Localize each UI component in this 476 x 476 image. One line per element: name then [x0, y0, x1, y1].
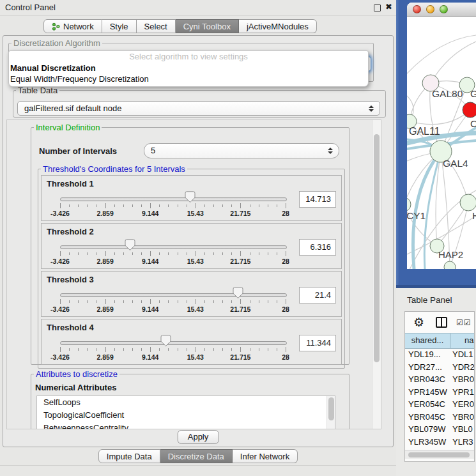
scrollbar-thumb[interactable]: [408, 452, 470, 457]
close-traffic-light[interactable]: [413, 5, 421, 13]
apply-button[interactable]: Apply: [178, 430, 219, 444]
num-intervals-label: Number of Intervals: [39, 146, 117, 156]
threshold-slider[interactable]: -3.4262.8599.14415.4321.71528: [60, 288, 286, 315]
column-header-name[interactable]: na: [450, 334, 473, 348]
dropdown-option-manual[interactable]: Manual Discretization: [9, 63, 368, 73]
cell-name[interactable]: YER0: [450, 398, 474, 411]
close-icon[interactable]: ✖: [385, 2, 392, 12]
network-node[interactable]: [460, 194, 476, 211]
threshold-value-field[interactable]: 21.4: [299, 287, 336, 303]
scrollbar-thumb[interactable]: [374, 134, 380, 362]
cell-name[interactable]: YPR1: [450, 386, 474, 399]
table-row[interactable]: YDR27...YDR2: [405, 361, 475, 374]
cell-name[interactable]: YDR2: [450, 361, 475, 374]
tab-discretize-data[interactable]: Discretize Data: [160, 449, 233, 463]
table-row[interactable]: YER054CYER0: [405, 398, 475, 411]
tick-mark: [187, 300, 187, 303]
num-intervals-spinner[interactable]: 5: [144, 143, 339, 158]
cell-name[interactable]: YBL0: [450, 423, 473, 436]
num-intervals-value: 5: [151, 146, 155, 155]
table-row[interactable]: YLR345WYLR3: [405, 436, 475, 449]
tick-mark: [78, 348, 79, 351]
tick-label: 28: [282, 210, 289, 217]
network-node-selected[interactable]: [463, 102, 476, 118]
zoom-traffic-light[interactable]: [440, 5, 448, 13]
cell-shared-name[interactable]: YPR145W: [405, 386, 450, 399]
network-node[interactable]: [444, 261, 456, 269]
gear-icon[interactable]: ⚙: [413, 316, 424, 328]
tick-mark: [123, 348, 124, 351]
tick-mark: [196, 203, 196, 208]
settings-scrollbar[interactable]: [372, 120, 381, 429]
slider-handle[interactable]: [185, 191, 196, 203]
tab-infer-network[interactable]: Infer Network: [233, 449, 298, 463]
attribute-item[interactable]: SelfLoops: [37, 396, 335, 409]
tab-select[interactable]: Select: [137, 19, 176, 33]
dropdown-prompt: Select algorithm to view settings: [9, 51, 368, 63]
network-canvas[interactable]: GAL80 G C GAL11 GAL4 GCY1 H HAP2: [407, 17, 476, 269]
tick-mark: [141, 204, 142, 207]
list-scrollbar[interactable]: [326, 396, 335, 429]
cell-shared-name[interactable]: YBR043C: [405, 373, 450, 386]
cell-name[interactable]: YLR3: [450, 436, 473, 449]
table-row[interactable]: YBL079WYBL0: [405, 423, 475, 436]
float-window-icon[interactable]: [374, 4, 381, 12]
table-row[interactable]: YBR043CYBR0: [405, 373, 475, 386]
tick-label: 28: [282, 257, 289, 265]
scrollbar-thumb[interactable]: [328, 397, 334, 420]
cell-shared-name[interactable]: YER054C: [405, 398, 450, 411]
dropdown-option-equal-width[interactable]: Equal Width/Frequency Discretization: [9, 73, 368, 84]
minimize-traffic-light[interactable]: [426, 5, 434, 13]
threshold-value-field[interactable]: 6.316: [299, 239, 336, 256]
cell-shared-name[interactable]: YBL079W: [405, 423, 450, 436]
tick-mark: [105, 347, 106, 352]
network-node-label: GAL80: [432, 88, 463, 99]
table-row[interactable]: YPR145WYPR1: [405, 386, 475, 399]
tick-mark: [178, 204, 178, 207]
threshold-slider[interactable]: -3.4262.8599.14415.4321.71528: [60, 192, 286, 219]
tick-mark: [96, 300, 96, 303]
slider-handle[interactable]: [160, 335, 171, 347]
attribute-item[interactable]: BetweennessCentrality: [37, 422, 335, 429]
cell-shared-name[interactable]: YLR345W: [405, 436, 450, 449]
network-node[interactable]: [407, 197, 411, 211]
tick-mark: [96, 348, 96, 351]
cell-name[interactable]: YBR0: [450, 373, 474, 386]
cell-shared-name[interactable]: YDL19...: [405, 348, 450, 361]
tab-impute-data[interactable]: Impute Data: [98, 449, 160, 463]
table-data-combobox[interactable]: galFiltered.sif default node: [17, 101, 380, 116]
tick-mark: [213, 300, 214, 303]
tick-mark: [268, 252, 268, 255]
network-window-titlebar: [407, 3, 476, 17]
tab-jactivemnodules[interactable]: jActiveMNodules: [239, 19, 317, 33]
table-horizontal-scrollbar[interactable]: [405, 450, 474, 459]
slider-handle[interactable]: [233, 287, 243, 299]
cell-shared-name[interactable]: YBR045C: [405, 411, 450, 424]
split-columns-icon[interactable]: [436, 317, 447, 328]
group-title: Discretization Algorithm: [12, 38, 102, 48]
tick-mark: [231, 300, 232, 303]
threshold-value-field[interactable]: 11.344: [299, 335, 336, 351]
settings-scroll-area: Interval Definition Number of Intervals …: [6, 119, 381, 429]
table-row[interactable]: YBR045CYBR0: [405, 411, 475, 424]
table-row[interactable]: YDL19...YDL1: [405, 348, 475, 361]
tab-network[interactable]: Network: [43, 19, 102, 33]
slider-handle[interactable]: [125, 239, 135, 251]
attribute-item[interactable]: TopologicalCoefficient: [37, 409, 335, 422]
slider-tick-labels: -3.4262.8599.14415.4321.71528: [60, 210, 286, 217]
tab-cyni-toolbox[interactable]: Cyni Toolbox: [176, 19, 239, 33]
threshold-slider[interactable]: -3.4262.8599.14415.4321.71528: [60, 336, 286, 363]
column-header-shared-name[interactable]: shared...: [405, 334, 450, 348]
cell-name[interactable]: YBR0: [450, 411, 474, 424]
checkbox-icons[interactable]: ☑☑: [456, 318, 472, 327]
tick-mark: [240, 347, 241, 352]
tab-style[interactable]: Style: [102, 19, 137, 33]
threshold-panel: Threshold 4-3.4262.8599.14415.4321.71528…: [41, 319, 342, 365]
threshold-slider[interactable]: -3.4262.8599.14415.4321.71528: [60, 240, 286, 267]
numerical-attributes-list[interactable]: SelfLoopsTopologicalCoefficientBetweenne…: [36, 395, 335, 429]
tick-mark: [150, 203, 151, 208]
threshold-value-field[interactable]: 14.713: [299, 191, 336, 208]
tick-mark: [150, 347, 151, 352]
cell-name[interactable]: YDL1: [450, 348, 473, 361]
cell-shared-name[interactable]: YDR27...: [405, 361, 450, 374]
